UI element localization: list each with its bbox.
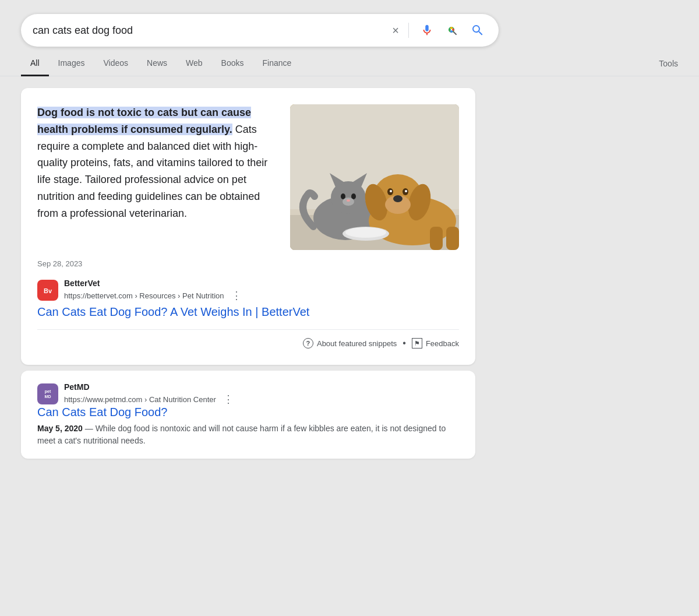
svg-point-16 <box>347 199 350 202</box>
tab-all[interactable]: All <box>21 51 49 76</box>
svg-point-22 <box>393 195 403 202</box>
svg-rect-33 <box>40 386 56 402</box>
second-result-card: pet MD PetMD https://www.petmd.com › Cat… <box>21 371 475 459</box>
source-options-button[interactable]: ⋮ <box>231 289 242 302</box>
source-name: BetterVet <box>64 279 100 288</box>
snippet-body-text: Cats require a complete and balanced die… <box>37 124 267 219</box>
search-bar: × <box>21 14 499 47</box>
clear-icon[interactable]: × <box>392 24 399 37</box>
snippet-highlighted-text: Dog food is not toxic to cats but can ca… <box>37 107 251 135</box>
svg-text:Bv: Bv <box>44 287 52 294</box>
result-link[interactable]: Can Cats Eat Dog Food? <box>37 406 167 418</box>
tab-finance[interactable]: Finance <box>253 51 301 76</box>
source-info: BetterVet https://bettervet.com › Resour… <box>64 279 242 302</box>
about-snippets-label: About featured snippets <box>317 339 397 348</box>
snippet-text: Dog food is not toxic to cats but can ca… <box>37 104 276 222</box>
svg-point-3 <box>450 30 453 33</box>
svg-point-4 <box>449 29 451 31</box>
dot-separator: • <box>403 338 406 349</box>
svg-rect-28 <box>446 227 459 250</box>
snippet-body: Dog food is not toxic to cats but can ca… <box>37 104 459 250</box>
search-bar-area: × <box>0 0 699 47</box>
about-snippets-button[interactable]: ? About featured snippets <box>303 338 397 349</box>
lens-icon <box>445 23 459 37</box>
result-source-row: pet MD PetMD https://www.petmd.com › Cat… <box>37 382 459 406</box>
feedback-button[interactable]: ⚑ Feedback <box>412 338 459 349</box>
search-submit-icon <box>471 23 485 37</box>
petmd-logo-icon: pet MD <box>40 383 56 404</box>
svg-point-30 <box>345 227 386 238</box>
svg-point-14 <box>351 193 356 199</box>
result-url-row: https://www.petmd.com › Cat Nutrition Ce… <box>64 393 234 406</box>
tab-images[interactable]: Images <box>49 51 94 76</box>
search-input[interactable] <box>33 24 385 37</box>
search-submit-button[interactable] <box>468 21 487 40</box>
tabs-area: All Images Videos News Web Books Finance… <box>0 51 699 76</box>
svg-line-5 <box>454 32 457 35</box>
result-snippet-separator: — <box>85 424 96 433</box>
snippet-result-link[interactable]: Can Cats Eat Dog Food? A Vet Weighs In |… <box>37 305 459 319</box>
lens-search-button[interactable] <box>443 21 461 40</box>
petmd-favicon: pet MD <box>37 383 58 404</box>
result-source-url: https://www.petmd.com › Cat Nutrition Ce… <box>64 395 216 404</box>
svg-point-26 <box>405 190 407 192</box>
result-snippet-date: May 5, 2020 <box>37 424 83 433</box>
bettervet-favicon: Bv <box>37 280 58 301</box>
tab-web[interactable]: Web <box>176 51 212 76</box>
divider <box>408 23 409 38</box>
snippet-source: Bv BetterVet https://bettervet.com › Res… <box>37 279 459 302</box>
voice-search-button[interactable] <box>418 22 436 39</box>
svg-point-1 <box>450 27 453 29</box>
result-source-name: PetMD <box>64 382 234 392</box>
snippet-image-svg <box>290 104 459 250</box>
source-name-row: BetterVet <box>64 279 242 288</box>
svg-rect-27 <box>430 227 443 250</box>
source-url-row: https://bettervet.com › Resources › Pet … <box>64 289 242 302</box>
feedback-label: Feedback <box>426 339 459 348</box>
tab-news[interactable]: News <box>137 51 176 76</box>
feedback-icon: ⚑ <box>412 338 422 349</box>
featured-snippet: Dog food is not toxic to cats but can ca… <box>21 88 475 365</box>
svg-text:MD: MD <box>45 395 51 399</box>
search-tabs: All Images Videos News Web Books Finance <box>21 51 301 76</box>
result-snippet: May 5, 2020 — While dog food is nontoxic… <box>37 423 459 447</box>
svg-point-2 <box>452 29 454 31</box>
snippet-image <box>290 104 459 250</box>
bettervet-logo-icon: Bv <box>41 283 55 297</box>
tools-area: Tools <box>659 51 678 76</box>
svg-point-13 <box>341 193 345 199</box>
source-url: https://bettervet.com › Resources › Pet … <box>64 291 224 300</box>
question-icon: ? <box>303 338 313 349</box>
result-snippet-text: While dog food is nontoxic and will not … <box>37 424 446 445</box>
mic-icon <box>421 24 433 37</box>
tab-videos[interactable]: Videos <box>94 51 137 76</box>
result-source-info: PetMD https://www.petmd.com › Cat Nutrit… <box>64 382 234 406</box>
snippet-footer: ? About featured snippets • ⚑ Feedback <box>37 329 459 349</box>
tab-books[interactable]: Books <box>212 51 253 76</box>
result-options-button[interactable]: ⋮ <box>223 393 234 406</box>
svg-text:pet: pet <box>45 389 51 394</box>
tools-button[interactable]: Tools <box>659 59 678 68</box>
main-content: Dog food is not toxic to cats but can ca… <box>0 76 699 470</box>
svg-point-25 <box>390 190 392 192</box>
snippet-date: Sep 28, 2023 <box>37 259 459 268</box>
